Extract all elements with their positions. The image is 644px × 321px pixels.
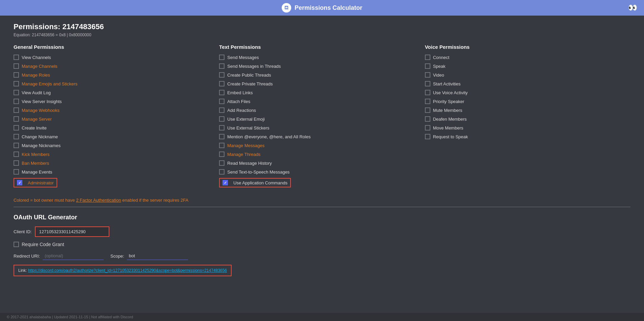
perm-checkbox-add-reactions[interactable] (219, 107, 224, 113)
perm-checkbox-use-external-stickers[interactable] (219, 125, 224, 131)
perm-checkbox-move-members[interactable] (425, 125, 430, 131)
perm-create-public-threads[interactable]: Create Public Threads (219, 72, 425, 78)
perm-move-members[interactable]: Move Members (425, 125, 630, 131)
perm-checkbox-use-external-emoji[interactable] (219, 116, 224, 122)
perm-manage-channels[interactable]: Manage Channels (14, 63, 219, 69)
perm-manage-emojis[interactable]: Manage Emojis and Stickers (14, 81, 219, 86)
perm-checkbox-create-private-threads[interactable] (219, 81, 224, 86)
perm-label-administrator: Administrator (28, 180, 54, 185)
perm-checkbox-manage-emojis[interactable] (14, 81, 19, 86)
footer: © 2017-2021 ahalababaha | Updated 2021-1… (0, 313, 644, 321)
perm-checkbox-view-server-insights[interactable] (14, 99, 19, 104)
scope-input[interactable] (127, 252, 188, 260)
perm-checkbox-manage-channels[interactable] (14, 63, 19, 69)
perm-app-commands-wrapper[interactable]: Use Application Commands (219, 178, 291, 187)
perm-kick-members[interactable]: Kick Members (14, 152, 219, 157)
perm-attach-files[interactable]: Attach Files (219, 99, 425, 104)
perm-checkbox-start-activities[interactable] (425, 81, 430, 86)
perm-add-reactions[interactable]: Add Reactions (219, 107, 425, 113)
perm-label-app-commands: Use Application Commands (233, 180, 287, 185)
app-title-text: Permissions Calculator (295, 4, 362, 12)
perm-checkbox-view-audit[interactable] (14, 90, 19, 95)
redirect-input[interactable] (43, 252, 104, 260)
perm-checkbox-speak[interactable] (425, 63, 430, 69)
perm-checkbox-use-voice-activity[interactable] (425, 90, 430, 95)
perm-view-audit[interactable]: View Audit Log (14, 90, 219, 95)
perm-checkbox-view-channels[interactable] (14, 55, 19, 60)
discord-icon (282, 3, 291, 13)
perm-view-channels[interactable]: View Channels (14, 55, 219, 60)
perm-request-to-speak[interactable]: Request to Speak (425, 134, 630, 139)
perm-manage-server[interactable]: Manage Server (14, 116, 219, 122)
require-code-row[interactable]: Require Code Grant (14, 242, 630, 247)
perm-checkbox-deafen-members[interactable] (425, 116, 430, 122)
perm-read-message-history[interactable]: Read Message History (219, 160, 425, 166)
perm-priority-speaker[interactable]: Priority Speaker (425, 99, 630, 104)
perm-checkbox-mute-members[interactable] (425, 107, 430, 113)
perm-checkbox-send-messages-threads[interactable] (219, 63, 224, 69)
perm-checkbox-ban-members[interactable] (14, 160, 19, 166)
perm-checkbox-create-public-threads[interactable] (219, 72, 224, 78)
perm-deafen-members[interactable]: Deafen Members (425, 116, 630, 122)
perm-use-external-stickers[interactable]: Use External Stickers (219, 125, 425, 131)
perm-mention-everyone[interactable]: Mention @everyone, @here, and All Roles (219, 134, 425, 139)
perm-checkbox-connect[interactable] (425, 55, 430, 60)
perm-embed-links[interactable]: Embed Links (219, 90, 425, 95)
perm-change-nickname[interactable]: Change Nickname (14, 134, 219, 139)
perm-checkbox-attach-files[interactable] (219, 99, 224, 104)
perm-manage-nicknames[interactable]: Manage Nicknames (14, 143, 219, 148)
perm-send-messages[interactable]: Send Messages (219, 55, 425, 60)
perm-manage-threads[interactable]: Manage Threads (219, 152, 425, 157)
perm-administrator-wrapper[interactable]: Administrator (14, 178, 57, 187)
perm-connect[interactable]: Connect (425, 55, 630, 60)
perm-checkbox-mention-everyone[interactable] (219, 134, 224, 139)
perm-label-send-messages-threads: Send Messages in Threads (227, 64, 281, 69)
perm-label-view-server-insights: View Server Insights (22, 99, 62, 104)
perm-checkbox-app-commands[interactable] (222, 180, 228, 185)
perm-checkbox-manage-webhooks[interactable] (14, 107, 19, 113)
perm-checkbox-kick-members[interactable] (14, 152, 19, 157)
note-link[interactable]: 2 Factor Authentication (76, 198, 121, 203)
perm-view-server-insights[interactable]: View Server Insights (14, 99, 219, 104)
perm-ban-members[interactable]: Ban Members (14, 160, 219, 166)
client-id-input[interactable] (35, 226, 109, 237)
perm-checkbox-read-message-history[interactable] (219, 160, 224, 166)
perm-manage-events[interactable]: Manage Events (14, 169, 219, 175)
perm-manage-roles[interactable]: Manage Roles (14, 72, 219, 78)
perm-label-manage-channels: Manage Channels (22, 64, 58, 69)
perm-checkbox-embed-links[interactable] (219, 90, 224, 95)
perm-checkbox-administrator[interactable] (17, 180, 22, 185)
perm-manage-messages[interactable]: Manage Messages (219, 143, 425, 148)
perm-checkbox-video[interactable] (425, 72, 430, 78)
app-title: Permissions Calculator (282, 3, 362, 13)
perm-checkbox-send-messages[interactable] (219, 55, 224, 60)
perm-checkbox-manage-roles[interactable] (14, 72, 19, 78)
perm-checkbox-manage-events[interactable] (14, 169, 19, 175)
require-code-checkbox[interactable] (14, 242, 19, 247)
perm-speak[interactable]: Speak (425, 63, 630, 69)
perm-manage-webhooks[interactable]: Manage Webhooks (14, 107, 219, 113)
perm-video[interactable]: Video (425, 72, 630, 78)
perm-start-activities[interactable]: Start Activities (425, 81, 630, 86)
perm-checkbox-manage-threads[interactable] (219, 152, 224, 157)
perm-checkbox-request-to-speak[interactable] (425, 134, 430, 139)
main-content: Permissions: 2147483656 Equation: 214748… (0, 16, 644, 283)
perm-use-voice-activity[interactable]: Use Voice Activity (425, 90, 630, 95)
perm-mute-members[interactable]: Mute Members (425, 107, 630, 113)
perm-checkbox-send-tts[interactable] (219, 169, 224, 175)
link-row: Link: https://discord.com/oauth2/authori… (14, 265, 630, 276)
link-url[interactable]: https://discord.com/oauth2/authorize?cli… (28, 268, 227, 273)
perm-label-connect: Connect (433, 55, 449, 60)
perm-create-private-threads[interactable]: Create Private Threads (219, 81, 425, 86)
perm-checkbox-priority-speaker[interactable] (425, 99, 430, 104)
perm-checkbox-manage-nicknames[interactable] (14, 143, 19, 148)
perm-send-messages-threads[interactable]: Send Messages in Threads (219, 63, 425, 69)
perm-checkbox-create-invite[interactable] (14, 125, 19, 131)
perm-label-send-tts: Send Text-to-Speech Messages (227, 169, 289, 175)
perm-checkbox-manage-server[interactable] (14, 116, 19, 122)
perm-create-invite[interactable]: Create Invite (14, 125, 219, 131)
perm-checkbox-change-nickname[interactable] (14, 134, 19, 139)
perm-use-external-emoji[interactable]: Use External Emoji (219, 116, 425, 122)
perm-send-tts[interactable]: Send Text-to-Speech Messages (219, 169, 425, 175)
perm-checkbox-manage-messages[interactable] (219, 143, 224, 148)
